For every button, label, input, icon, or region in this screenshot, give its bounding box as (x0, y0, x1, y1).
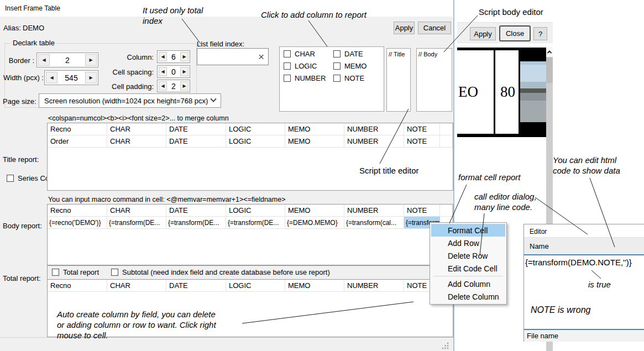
checkbox-icon[interactable] (284, 75, 291, 82)
checkbox-icon[interactable] (52, 269, 59, 276)
spin-left-icon[interactable]: ◀ (46, 72, 57, 83)
resize-grip-icon[interactable] (441, 342, 449, 350)
table-cell[interactable]: CHAR (107, 135, 166, 147)
table-cell[interactable]: MEMO (285, 123, 344, 135)
table-cell[interactable]: LOGIC (226, 205, 285, 216)
cell-spacing-spinner[interactable]: ◀ 0 ▶ (157, 65, 190, 78)
table-cell[interactable]: {=DEMO.MEMO} (285, 217, 344, 228)
spin-left-icon[interactable]: ◀ (159, 52, 167, 61)
table-cell[interactable]: {=transform(cal... (344, 217, 404, 228)
table-cell[interactable] (440, 135, 453, 147)
checkbox-icon[interactable] (333, 75, 341, 82)
title-report-label: Title report: (3, 155, 39, 164)
menu-item-add-column[interactable]: Add Column (431, 277, 505, 290)
table-cell[interactable]: DATE (166, 280, 226, 291)
table-cell[interactable]: {=transform(DE... (226, 217, 285, 228)
script-body-panel[interactable]: // Body (416, 48, 452, 112)
checkbox-icon[interactable] (333, 62, 341, 70)
table-cell[interactable]: {=transform(DE... (166, 217, 226, 228)
title-report-table[interactable]: Recno CHAR DATE LOGIC MEMO NUMBER NOTE O… (47, 123, 453, 191)
checkbox-icon[interactable] (284, 62, 291, 70)
table-cell[interactable]: DATE (166, 205, 226, 216)
spin-right-icon[interactable]: ▶ (85, 72, 97, 83)
checkbox-date[interactable]: DATE (333, 50, 363, 58)
table-cell[interactable]: LOGIC (226, 280, 285, 291)
table-cell[interactable] (440, 123, 453, 135)
checkbox-icon[interactable] (111, 269, 118, 276)
scroll-up-button[interactable] (546, 47, 553, 57)
table-cell[interactable]: NUMBER (344, 123, 404, 135)
editor-title: Editor (530, 228, 547, 235)
total-report-checkbox[interactable]: Total report (52, 268, 99, 276)
preview-help-button[interactable]: ? (533, 27, 547, 40)
cell-padding-spinner[interactable]: ◀ 2 ▶ (157, 80, 190, 92)
table-cell[interactable]: MEMO (285, 205, 344, 216)
menu-item-delete-row[interactable]: Delete Row (431, 249, 505, 262)
checkbox-char[interactable]: CHAR (284, 50, 315, 58)
checkbox-logic[interactable]: LOGIC (284, 62, 317, 70)
spin-right-icon[interactable]: ▶ (180, 52, 189, 61)
body-report-table[interactable]: Recno CHAR DATE LOGIC MEMO NUMBER NOTE {… (47, 204, 453, 265)
spin-left-icon[interactable]: ◀ (38, 54, 50, 66)
menu-item-delete-column[interactable]: Delete Column (431, 290, 505, 303)
dialog-titlebar: Insert Frame Table (0, 0, 453, 17)
spin-right-icon[interactable]: ▶ (180, 67, 189, 76)
table-cell[interactable]: NUMBER (344, 205, 404, 216)
table-cell[interactable]: CHAR (107, 123, 166, 135)
checkbox-memo[interactable]: MEMO (333, 62, 366, 70)
checkbox-icon[interactable] (7, 175, 14, 182)
screenshot-canvas: Insert Frame Table Alias: DEMO Apply Can… (0, 0, 644, 351)
border-spinner[interactable]: ◀ 2 ▶ (36, 53, 98, 67)
table-cell[interactable]: MEMO (285, 135, 344, 147)
table-cell[interactable]: Order (48, 135, 107, 147)
spin-left-icon[interactable]: ◀ (159, 67, 167, 76)
list-field-index-input[interactable] (197, 53, 254, 61)
checkbox-icon[interactable] (333, 50, 341, 57)
checkbox-label: Series Col (18, 174, 51, 182)
editor-code-area[interactable]: {=transform(DEMO.NOTE,'')} (524, 254, 644, 330)
series-col-checkbox[interactable]: Series Col (7, 174, 51, 182)
table-cell[interactable]: CHAR (107, 280, 166, 291)
table-cell[interactable]: NUMBER (344, 135, 404, 147)
table-cell[interactable]: NOTE (404, 135, 440, 147)
table-cell[interactable]: MEMO (285, 280, 344, 291)
table-cell[interactable]: Recno (48, 280, 107, 291)
table-cell[interactable] (440, 205, 453, 216)
table-cell[interactable]: NOTE (404, 123, 440, 135)
table-cell[interactable]: NOTE (404, 205, 440, 216)
clear-icon[interactable]: × (254, 51, 268, 62)
apply-button[interactable]: Apply (394, 22, 415, 34)
table-cell[interactable]: {=transform(DE... (107, 217, 166, 228)
table-cell[interactable]: LOGIC (226, 123, 285, 135)
subtotal-checkbox[interactable]: Subtotal (need index field and create da… (111, 268, 330, 276)
preview-apply-button[interactable]: Apply (470, 27, 496, 40)
spin-right-icon[interactable]: ▶ (85, 54, 97, 66)
dialog-title: Insert Frame Table (5, 4, 60, 12)
body-report-label: Body report: (3, 222, 42, 230)
checkbox-label: Subtotal (need index field and create da… (122, 268, 330, 276)
checkbox-icon[interactable] (284, 50, 291, 57)
table-cell[interactable]: CHAR (107, 205, 166, 216)
menu-item-edit-code-cell[interactable]: Edit Code Cell (431, 262, 505, 275)
menu-item-format-cell[interactable]: Format Cell (431, 224, 505, 237)
total-report-table[interactable]: Total report Subtotal (need index field … (47, 265, 453, 337)
page-size-select[interactable]: Screen resolution (width=1024 pcx height… (39, 93, 221, 108)
spin-right-icon[interactable]: ▶ (180, 81, 189, 91)
table-cell[interactable]: DATE (166, 123, 226, 135)
scrollbar-thumb[interactable] (546, 57, 553, 83)
script-title-panel[interactable]: // Title (386, 48, 411, 112)
width-spinner[interactable]: ◀ 545 ▶ (44, 70, 98, 85)
cancel-button[interactable]: Cancel (418, 22, 451, 34)
menu-item-add-row[interactable]: Add Row (431, 237, 505, 249)
checkbox-number[interactable]: NUMBER (284, 74, 326, 82)
table-cell[interactable]: Recno (48, 123, 107, 135)
table-cell[interactable]: {=recno('DEMO')} (48, 217, 107, 228)
preview-close-button[interactable]: Close (499, 25, 531, 41)
spin-left-icon[interactable]: ◀ (159, 81, 167, 91)
table-cell[interactable]: NUMBER (344, 280, 404, 291)
table-cell[interactable]: Recno (48, 205, 107, 216)
table-cell[interactable]: DATE (166, 135, 226, 147)
table-cell[interactable]: LOGIC (226, 135, 285, 147)
column-spinner[interactable]: ◀ 6 ▶ (157, 50, 190, 63)
checkbox-note[interactable]: NOTE (333, 74, 364, 82)
